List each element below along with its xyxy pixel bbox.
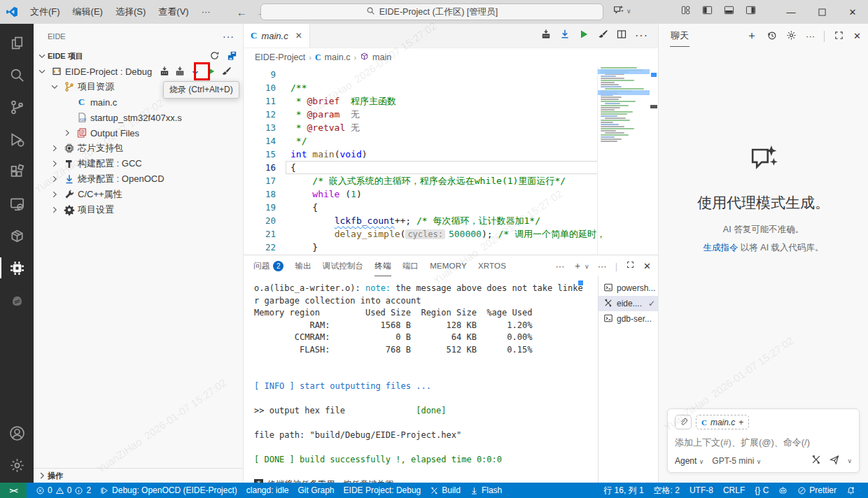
status-clangd-idle[interactable]: clangd: idle xyxy=(246,485,289,495)
panel-tab-输出[interactable]: 输出 xyxy=(295,255,311,276)
status-eide-project-debug[interactable]: EIDE Project: Debug xyxy=(344,485,421,495)
activity-extensions-icon[interactable] xyxy=(0,155,34,187)
status--2[interactable]: 空格: 2 xyxy=(654,485,680,497)
panel-tab-端口[interactable]: 端口 xyxy=(402,255,419,276)
generate-instructions-link[interactable]: 生成指令 xyxy=(703,243,738,252)
status-build[interactable]: Build xyxy=(430,485,461,495)
tree-row--gcc[interactable]: 构建配置 : GCC xyxy=(34,156,243,171)
chat-settings-gear-icon[interactable] xyxy=(786,30,797,43)
menu-3[interactable]: 查看(V) xyxy=(152,3,195,20)
terminal-item-gdbser[interactable]: gdb-ser... xyxy=(598,311,658,327)
menu-1[interactable]: 编辑(E) xyxy=(66,3,109,20)
run-button[interactable] xyxy=(578,29,589,43)
close-button[interactable]: ✕ xyxy=(837,0,868,24)
chevron-down-icon[interactable] xyxy=(49,81,60,92)
send-options-icon[interactable]: ∨ xyxy=(847,457,852,464)
chevron-right-icon[interactable] xyxy=(49,158,60,169)
tools-icon[interactable] xyxy=(811,454,822,467)
activity-files-icon[interactable] xyxy=(0,27,34,59)
chevron-down-icon[interactable] xyxy=(36,66,48,77)
breadcrumb-file[interactable]: main.c xyxy=(325,52,351,62)
panel-overflow-icon[interactable]: ··· xyxy=(555,261,564,271)
history-icon[interactable] xyxy=(766,30,777,43)
chat-input-placeholder[interactable]: 添加上下文(#)、扩展(@)、命令(/) xyxy=(675,436,852,449)
clean-button[interactable] xyxy=(220,66,232,78)
nav-back-icon[interactable]: ← xyxy=(237,6,247,18)
status--16-1[interactable]: 行 16, 列 1 xyxy=(603,485,643,497)
terminal-output[interactable]: o.a(libc_a-writer.o): note: the message … xyxy=(244,276,598,498)
tree-row--openocd[interactable]: 烧录配置 : OpenOCD xyxy=(34,171,243,187)
status-crlf[interactable]: CRLF xyxy=(723,485,745,495)
section-operations[interactable]: 操作 xyxy=(48,471,63,481)
breadcrumb-symbol[interactable]: main xyxy=(372,52,391,62)
menu-4[interactable]: ··· xyxy=(195,3,217,20)
tab-chat[interactable]: 聊天 xyxy=(670,25,690,47)
breadcrumb-project[interactable]: EIDE-Project xyxy=(255,52,305,62)
attach-context-button[interactable] xyxy=(675,415,692,429)
toggle-sidebar-icon[interactable] xyxy=(702,5,713,17)
status-copilot-status-icon[interactable] xyxy=(778,486,788,495)
status-flash[interactable]: Flash xyxy=(470,485,502,495)
status-utf-8[interactable]: UTF-8 xyxy=(690,485,713,495)
flash-editor-button[interactable] xyxy=(559,29,570,43)
panel-tab-调试控制台[interactable]: 调试控制台 xyxy=(323,255,364,276)
status-bell-icon[interactable] xyxy=(846,486,855,495)
expand-chat-icon[interactable] xyxy=(834,30,844,43)
tree-row-startup_stm32f407xx-s[interactable]: ASMstartup_stm32f407xx.s xyxy=(34,110,243,125)
chat-more-icon[interactable]: ··· xyxy=(806,31,815,41)
status-git-graph[interactable]: Git Graph xyxy=(298,485,335,495)
clean-button[interactable] xyxy=(597,29,608,43)
build-button[interactable] xyxy=(158,66,170,78)
chevron-right-icon[interactable] xyxy=(36,470,48,481)
panel-tab-问题[interactable]: 问题2 xyxy=(253,255,284,276)
activity-account-icon[interactable] xyxy=(0,417,34,449)
add-context-icon[interactable]: + xyxy=(738,418,743,427)
code-editor[interactable]: 910/**11 * @brief 程序主函数12 * @param 无13 *… xyxy=(244,66,658,255)
activity-chip-icon[interactable] xyxy=(0,252,34,284)
minimap[interactable] xyxy=(598,66,650,255)
build-button[interactable] xyxy=(540,29,552,43)
tab-close-icon[interactable]: ✕ xyxy=(295,31,302,41)
chevron-right-icon[interactable] xyxy=(49,173,60,185)
panel-tab-xrtos[interactable]: XRTOS xyxy=(478,255,506,276)
model-picker[interactable]: GPT-5 mini ∨ xyxy=(712,456,761,466)
editor-scrollbar[interactable] xyxy=(650,66,658,255)
customize-layout-icon[interactable] xyxy=(680,5,691,17)
toggle-panel-icon[interactable] xyxy=(724,5,734,17)
activity-keil-icon[interactable] xyxy=(0,284,34,316)
chevron-down-icon[interactable] xyxy=(36,50,48,62)
tree-row-eide-project-debug[interactable]: EIDE-Project : Debug xyxy=(34,64,243,79)
chat-input-box[interactable]: C main.c + 添加上下文(#)、扩展(@)、命令(/) Agent ∨ … xyxy=(667,408,860,473)
chevron-right-icon[interactable] xyxy=(49,204,60,215)
copilot-menu-button[interactable]: ∨ xyxy=(612,4,631,18)
chevron-right-icon[interactable] xyxy=(62,127,73,138)
tree-row--[interactable]: 芯片支持包 xyxy=(34,141,243,156)
new-terminal-icon[interactable]: ＋ ∨ xyxy=(573,259,589,272)
terminal-item-powersh[interactable]: powersh... xyxy=(598,280,658,296)
close-panel-icon[interactable]: ✕ xyxy=(643,261,651,271)
status--c[interactable]: {} C xyxy=(755,485,769,495)
new-chat-icon[interactable]: ＋ xyxy=(746,29,757,43)
terminal-item-eide[interactable]: eide....✓ xyxy=(598,296,658,311)
close-chat-icon[interactable]: ✕ xyxy=(853,31,861,41)
tree-row-c-c-[interactable]: C/C++属性 xyxy=(34,187,243,202)
activity-search-icon[interactable] xyxy=(0,59,34,91)
rebuild-button[interactable] xyxy=(174,66,186,78)
maximize-panel-icon[interactable] xyxy=(626,260,635,271)
command-center-search[interactable]: EIDE-Project (工作区) [管理员] xyxy=(260,3,603,20)
activity-remote-explorer-icon[interactable] xyxy=(0,187,34,220)
kebab-button[interactable]: ··· xyxy=(635,29,648,42)
agent-mode-picker[interactable]: Agent ∨ xyxy=(675,456,704,466)
tab-main-c[interactable]: C main.c ✕ xyxy=(244,24,310,48)
tree-row-output-files[interactable]: Output Files xyxy=(34,125,243,141)
chevron-right-icon[interactable] xyxy=(49,143,60,154)
context-chip-main-c[interactable]: C main.c + xyxy=(696,415,749,429)
send-button[interactable] xyxy=(829,454,840,467)
minimize-button[interactable]: — xyxy=(776,0,806,24)
sidebar-more-actions-icon[interactable]: ··· xyxy=(223,31,234,42)
problems-status[interactable]: 0 0 2 xyxy=(36,485,91,495)
status-debug-openocd-eide-project-[interactable]: Debug: OpenOCD (EIDE-Project) xyxy=(100,485,237,495)
remote-indicator[interactable]: >< xyxy=(0,483,27,498)
panel-tab-memory[interactable]: MEMORY xyxy=(430,255,467,276)
tree-row--[interactable]: 项目设置 xyxy=(34,202,243,218)
